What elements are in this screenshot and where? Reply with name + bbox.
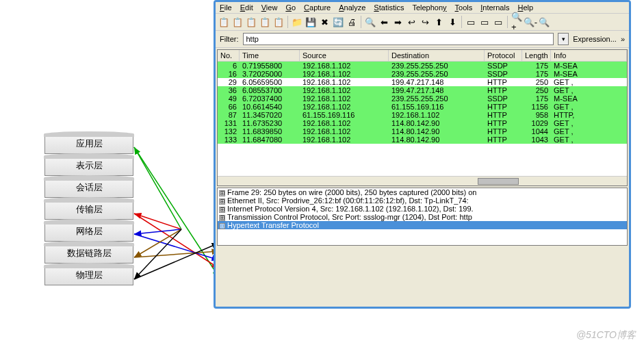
col-time[interactable]: Time xyxy=(240,50,300,61)
toolbar-btn-0[interactable]: 📋 xyxy=(218,16,230,28)
svg-line-3 xyxy=(134,214,219,268)
packet-list-body[interactable]: 60.71955800192.168.1.102239.255.255.250S… xyxy=(218,62,627,144)
packet-details-pane[interactable]: ⊞Frame 29: 250 bytes on wire (2000 bits)… xyxy=(217,188,628,246)
toolbar-separator xyxy=(461,16,462,28)
menu-internals[interactable]: Internals xyxy=(480,3,509,12)
detail-line-1[interactable]: ⊞Ethernet II, Src: Prodrive_26:12:bf (00… xyxy=(218,196,627,205)
col-info[interactable]: Info xyxy=(551,50,627,61)
detail-line-0[interactable]: ⊞Frame 29: 250 bytes on wire (2000 bits)… xyxy=(218,188,627,196)
menu-tools[interactable]: Tools xyxy=(455,3,473,12)
filter-label: Filter: xyxy=(220,35,239,43)
osi-layer-presentation: 表示层 xyxy=(44,155,133,176)
packet-list-pane[interactable]: No. Time Source Destination Protocol Len… xyxy=(217,49,628,186)
menu-telephony[interactable]: Telephony xyxy=(412,3,446,12)
toolbar-btn-8[interactable]: ✖ xyxy=(318,16,331,28)
table-row[interactable]: 6610.6614540192.168.1.10261.155.169.116H… xyxy=(218,103,627,111)
toolbar-btn-21[interactable]: ▭ xyxy=(478,16,491,28)
scroll-thumb[interactable] xyxy=(478,178,519,185)
toolbar-separator xyxy=(287,16,288,28)
col-source[interactable]: Source xyxy=(300,50,389,61)
expand-icon[interactable]: ⊞ xyxy=(219,190,225,196)
wireshark-window: File Edit View Go Capture Analyze Statis… xyxy=(214,0,631,309)
svg-line-6 xyxy=(134,229,181,257)
filter-expression-link[interactable]: Expression... xyxy=(573,35,617,43)
filter-input[interactable] xyxy=(243,33,554,45)
toolbar-btn-6[interactable]: 📁 xyxy=(291,16,303,28)
toolbar-separator xyxy=(361,16,361,28)
toolbar-btn-13[interactable]: ⬅ xyxy=(378,16,390,28)
menu-analyze[interactable]: Analyze xyxy=(339,3,365,12)
table-row[interactable]: 8711.345702061.155.169.116192.168.1.102H… xyxy=(218,111,627,119)
menu-go[interactable]: Go xyxy=(285,3,296,12)
filter-more-icon[interactable]: » xyxy=(621,35,625,43)
filter-bar: Filter: ▾ Expression... » xyxy=(216,31,629,48)
toolbar-btn-20[interactable]: ▭ xyxy=(465,16,477,28)
osi-layer-session: 会话层 xyxy=(44,177,133,198)
toolbar-btn-10[interactable]: 🖨 xyxy=(346,16,358,28)
toolbar-btn-17[interactable]: ⬆ xyxy=(433,16,445,28)
osi-layer-physical: 物理层 xyxy=(44,265,133,285)
menu-help[interactable]: Help xyxy=(517,3,533,12)
toolbar-btn-26[interactable]: 🔍 xyxy=(538,16,550,28)
detail-line-4[interactable]: ⊞Hypertext Transfer Protocol xyxy=(218,221,627,229)
col-destination[interactable]: Destination xyxy=(389,50,485,61)
menu-capture[interactable]: Capture xyxy=(304,3,331,12)
osi-layer-application: 应用层 xyxy=(44,133,133,154)
h-scrollbar[interactable] xyxy=(218,176,627,185)
osi-layer-stack: 应用层 表示层 会话层 传输层 网络层 数据链路层 物理层 xyxy=(44,133,133,287)
toolbar-btn-7[interactable]: 💾 xyxy=(305,16,317,28)
toolbar-btn-1[interactable]: 📋 xyxy=(231,16,244,28)
expand-icon[interactable]: ⊞ xyxy=(219,198,225,205)
toolbar: 📋📋📋📋📋📁💾✖🔄🖨🔍⬅➡↩↪⬆⬇▭▭▭🔍+🔍-🔍 xyxy=(216,14,629,31)
expand-icon[interactable]: ⊞ xyxy=(219,207,225,213)
col-no[interactable]: No. xyxy=(218,50,240,61)
table-row[interactable]: 13211.6839850192.168.1.102114.80.142.90H… xyxy=(218,127,627,136)
filter-dropdown-icon[interactable]: ▾ xyxy=(558,33,569,45)
table-row[interactable]: 296.05659500192.168.1.102199.47.217.148H… xyxy=(218,78,627,86)
svg-line-7 xyxy=(134,251,219,257)
toolbar-btn-14[interactable]: ➡ xyxy=(391,16,404,28)
menu-statistics[interactable]: Statistics xyxy=(374,3,404,12)
watermark: @51CTO博客 xyxy=(576,329,636,342)
svg-line-0 xyxy=(134,147,181,229)
menu-edit[interactable]: Edit xyxy=(240,3,253,12)
toolbar-btn-9[interactable]: 🔄 xyxy=(332,16,344,28)
col-protocol[interactable]: Protocol xyxy=(485,50,522,61)
toolbar-btn-24[interactable]: 🔍+ xyxy=(511,16,523,28)
toolbar-btn-4[interactable]: 📋 xyxy=(272,16,285,28)
toolbar-btn-18[interactable]: ⬇ xyxy=(446,16,459,28)
toolbar-btn-25[interactable]: 🔍- xyxy=(524,16,537,28)
toolbar-separator xyxy=(507,16,508,28)
table-row[interactable]: 60.71955800192.168.1.102239.255.255.250S… xyxy=(218,62,627,70)
detail-line-2[interactable]: ⊞Internet Protocol Version 4, Src: 192.1… xyxy=(218,205,627,213)
svg-line-9 xyxy=(134,243,219,279)
menu-view[interactable]: View xyxy=(261,3,278,12)
table-row[interactable]: 13311.6847080192.168.1.102114.80.142.90H… xyxy=(218,136,627,144)
osi-layer-datalink: 数据链路层 xyxy=(44,243,133,264)
table-row[interactable]: 163.72025000192.168.1.102239.255.255.250… xyxy=(218,70,627,78)
toolbar-btn-22[interactable]: ▭ xyxy=(492,16,504,28)
svg-line-5 xyxy=(134,234,219,260)
table-row[interactable]: 366.08553700192.168.1.102199.47.217.148H… xyxy=(218,86,627,94)
menu-file[interactable]: File xyxy=(220,3,232,12)
expand-icon[interactable]: ⊞ xyxy=(219,223,225,229)
toolbar-btn-15[interactable]: ↩ xyxy=(405,16,417,28)
col-length[interactable]: Length xyxy=(522,50,551,61)
svg-line-8 xyxy=(134,229,181,279)
osi-layer-transport: 传输层 xyxy=(44,199,133,220)
osi-layer-network: 网络层 xyxy=(44,221,133,242)
detail-line-3[interactable]: ⊞Transmission Control Protocol, Src Port… xyxy=(218,213,627,221)
menu-bar: File Edit View Go Capture Analyze Statis… xyxy=(216,2,629,14)
svg-line-4 xyxy=(134,229,181,234)
toolbar-btn-16[interactable]: ↪ xyxy=(419,16,431,28)
svg-line-1 xyxy=(134,147,219,277)
svg-line-2 xyxy=(134,214,181,229)
packet-list-header: No. Time Source Destination Protocol Len… xyxy=(218,50,627,62)
toolbar-btn-12[interactable]: 🔍 xyxy=(364,16,376,28)
toolbar-btn-2[interactable]: 📋 xyxy=(245,16,257,28)
toolbar-btn-3[interactable]: 📋 xyxy=(259,16,271,28)
table-row[interactable]: 496.72037400192.168.1.102239.255.255.250… xyxy=(218,94,627,103)
expand-icon[interactable]: ⊞ xyxy=(219,215,225,221)
table-row[interactable]: 13111.6735230192.168.1.102114.80.142.90H… xyxy=(218,119,627,127)
